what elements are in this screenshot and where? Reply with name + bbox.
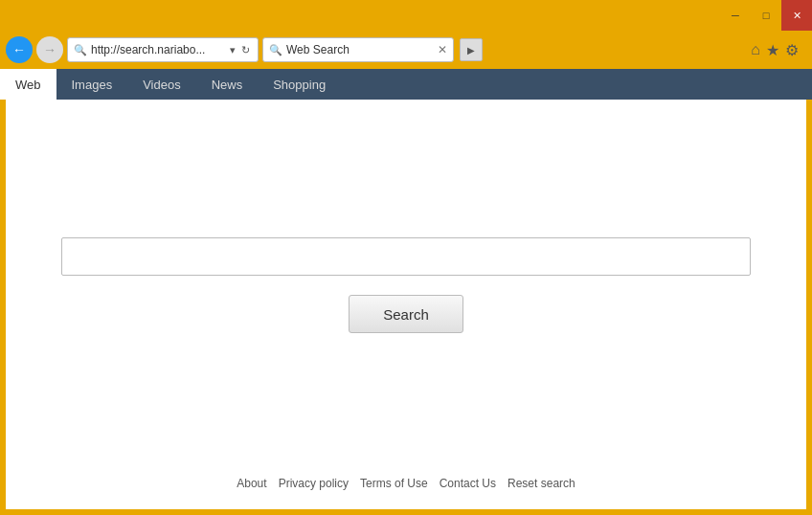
address-lock-icon: 🔍: [74, 44, 87, 56]
main-search-button[interactable]: Search: [349, 295, 463, 333]
main-search-input[interactable]: [61, 237, 751, 276]
address-text: http://search.nariabo...: [91, 43, 224, 56]
tab-web[interactable]: Web: [0, 69, 56, 100]
search-bar-icon: 🔍: [269, 44, 282, 56]
tab-videos[interactable]: Videos: [127, 69, 196, 100]
address-bar[interactable]: 🔍 http://search.nariabo... ▾ ↻: [67, 37, 259, 62]
forward-button[interactable]: →: [36, 36, 63, 63]
tab-shopping[interactable]: Shopping: [258, 69, 341, 100]
navigation-tabs: Web Images Videos News Shopping: [0, 69, 812, 100]
address-dropdown-button[interactable]: ▾: [228, 43, 237, 57]
window-controls: ─ □ ✕: [720, 0, 812, 31]
search-bar[interactable]: 🔍 Web Search ✕: [262, 37, 454, 62]
favorites-button[interactable]: ★: [766, 41, 779, 59]
search-go-icon: ▶: [467, 45, 475, 56]
address-refresh-button[interactable]: ↻: [239, 43, 252, 57]
tab-images[interactable]: Images: [56, 69, 128, 100]
minimize-button[interactable]: ─: [720, 0, 751, 31]
search-bar-clear-button[interactable]: ✕: [438, 43, 447, 56]
back-button[interactable]: ←: [6, 36, 33, 63]
tab-news[interactable]: News: [196, 69, 259, 100]
title-bar: ─ □ ✕: [0, 0, 812, 31]
address-controls: ▾ ↻: [228, 43, 252, 57]
reset-search-link[interactable]: Reset search: [508, 477, 575, 490]
privacy-link[interactable]: Privacy policy: [279, 477, 349, 490]
contact-link[interactable]: Contact Us: [440, 477, 496, 490]
about-link[interactable]: About: [237, 477, 266, 490]
home-button[interactable]: ⌂: [751, 41, 760, 58]
main-content: Search About Privacy policy Terms of Use…: [6, 100, 806, 509]
search-go-button[interactable]: ▶: [460, 38, 483, 61]
search-section: Search: [61, 237, 751, 333]
close-button[interactable]: ✕: [781, 0, 812, 31]
footer-links: About Privacy policy Terms of Use Contac…: [6, 477, 806, 490]
right-toolbar-icons: ⌂ ★ ⚙: [751, 41, 806, 59]
terms-link[interactable]: Terms of Use: [360, 477, 428, 490]
maximize-button[interactable]: □: [751, 0, 781, 31]
settings-button[interactable]: ⚙: [785, 41, 799, 59]
search-bar-text: Web Search: [286, 43, 434, 56]
browser-window: ─ □ ✕ ← → 🔍 http://search.nariabo... ▾ ↻…: [0, 0, 812, 515]
browser-toolbar: ← → 🔍 http://search.nariabo... ▾ ↻ 🔍 Web…: [0, 31, 812, 69]
